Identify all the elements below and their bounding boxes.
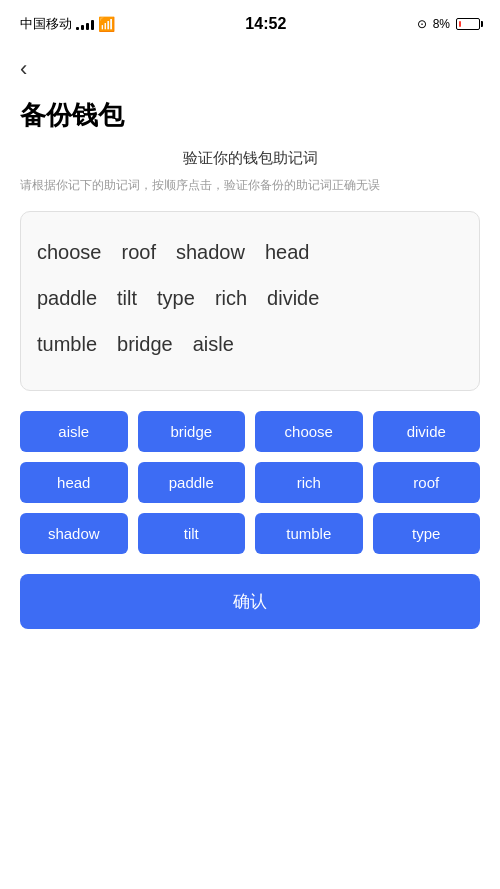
word-btn-roof[interactable]: roof [373, 462, 481, 503]
display-word-shadow: shadow [176, 232, 245, 272]
back-arrow-icon: ‹ [20, 56, 27, 81]
page-title: 备份钱包 [0, 90, 500, 149]
signal-strength-icon: ⊙ [417, 17, 427, 31]
word-btn-divide[interactable]: divide [373, 411, 481, 452]
wifi-icon: 📶 [98, 16, 115, 32]
battery-icon [456, 18, 480, 30]
display-word-choose: choose [37, 232, 102, 272]
status-right: ⊙ 8% [417, 17, 480, 31]
display-word-head: head [265, 232, 310, 272]
display-word-tumble: tumble [37, 324, 97, 364]
display-word-rich: rich [215, 278, 247, 318]
word-row-3: tumble bridge aisle [37, 324, 463, 364]
display-word-divide: divide [267, 278, 319, 318]
display-word-type: type [157, 278, 195, 318]
word-grid: aisle bridge choose divide head paddle r… [20, 411, 480, 554]
display-word-roof: roof [122, 232, 156, 272]
instruction-section: 验证你的钱包助记词 请根据你记下的助记词，按顺序点击，验证你备份的助记词正确无误 [0, 149, 500, 211]
status-time: 14:52 [245, 15, 286, 33]
word-row-2: paddle tilt type rich divide [37, 278, 463, 318]
display-word-tilt: tilt [117, 278, 137, 318]
carrier-label: 中国移动 [20, 15, 72, 33]
instruction-title: 验证你的钱包助记词 [20, 149, 480, 168]
instruction-description: 请根据你记下的助记词，按顺序点击，验证你备份的助记词正确无误 [20, 176, 480, 195]
confirm-button[interactable]: 确认 [20, 574, 480, 629]
word-btn-paddle[interactable]: paddle [138, 462, 246, 503]
back-button[interactable]: ‹ [0, 44, 500, 90]
word-display-box: choose roof shadow head paddle tilt type… [20, 211, 480, 391]
status-left: 中国移动 📶 [20, 15, 115, 33]
display-word-paddle: paddle [37, 278, 97, 318]
word-btn-head[interactable]: head [20, 462, 128, 503]
signal-icon [76, 18, 94, 30]
status-bar: 中国移动 📶 14:52 ⊙ 8% [0, 0, 500, 44]
word-btn-tumble[interactable]: tumble [255, 513, 363, 554]
word-btn-choose[interactable]: choose [255, 411, 363, 452]
word-row-1: choose roof shadow head [37, 232, 463, 272]
word-btn-tilt[interactable]: tilt [138, 513, 246, 554]
word-buttons-section: aisle bridge choose divide head paddle r… [0, 411, 500, 649]
word-btn-type[interactable]: type [373, 513, 481, 554]
word-btn-bridge[interactable]: bridge [138, 411, 246, 452]
battery-percent: 8% [433, 17, 450, 31]
display-word-aisle: aisle [193, 324, 234, 364]
word-btn-rich[interactable]: rich [255, 462, 363, 503]
word-btn-aisle[interactable]: aisle [20, 411, 128, 452]
word-btn-shadow[interactable]: shadow [20, 513, 128, 554]
display-word-bridge: bridge [117, 324, 173, 364]
